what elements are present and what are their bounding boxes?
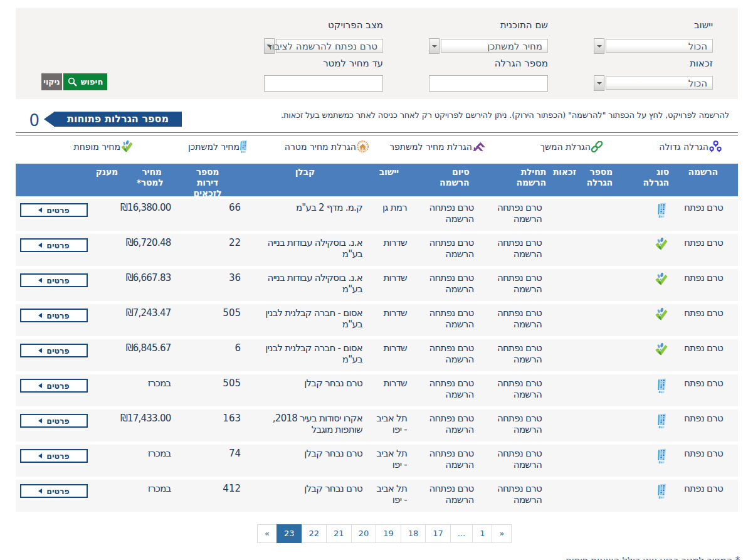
search-button[interactable]: חיפוש [63,73,107,90]
cell-contractor: טרם נבחר קבלן [253,445,372,477]
cell-lottery-type [646,445,677,477]
details-label: פרטים [46,241,70,250]
cell-apartments: 163 [186,409,253,441]
cell-registration_end: טרם נפתחה הרשמה [422,480,489,512]
column-header-apartments[interactable]: מספר דירות לזכאים [186,164,253,199]
cell-registration_end: טרם נפתחה הרשמה [422,339,489,371]
column-header-lottery_number[interactable]: מספר הגרלה [580,164,646,199]
pagination-page[interactable]: 19 [376,524,401,543]
filter-select[interactable]: הכול [594,38,713,55]
details-button[interactable]: פרטים [20,309,88,322]
cell-registration_end: טרם נפתחה הרשמה [422,304,489,336]
left-arrow-icon [38,489,42,494]
cell-details: פרטים [16,269,93,301]
select-arrow-button[interactable] [594,75,604,91]
clear-button[interactable]: ניקוי [41,73,62,90]
pins-icon [709,140,722,153]
cell-lottery-type [646,269,677,301]
counter-value: 0 [26,112,40,129]
filter-label: יישוב [594,19,713,31]
page: יישוב הכול שם התוכנית מחיר למשתכן מצב הפ… [0,0,748,560]
pagination: « 23 22 21 20 19 18 17 ... 1 » [257,524,512,543]
cell-grant [93,445,121,477]
select-arrow-button[interactable] [429,38,440,54]
select-field[interactable]: הכול [606,39,713,53]
select-field[interactable]: מחיר למשתכן [441,39,548,53]
select-field[interactable]: הכול [606,76,713,90]
pagination-next[interactable]: » [492,524,512,543]
cell-city: תל אביב - יפו [372,480,422,512]
pagination-page[interactable]: 23 [277,524,302,543]
table-row: טרם נפתח טרם נפתחה הרשמה טרם נפתחה הרשמה… [16,269,738,301]
cell-eligibility [557,304,580,336]
cell-apartments: 505 [186,374,253,406]
legend-label: הגרלת מחיר מטרה [285,142,356,152]
table-row: טרם נפתח טרם נפתחה הרשמה טרם נפתחה הרשמה… [16,409,738,441]
details-button[interactable]: פרטים [20,484,88,498]
cell-city: שדרות [372,339,422,371]
column-header-registration_start[interactable]: תחילת הרשמה [489,164,557,199]
cell-lottery-type [646,304,677,336]
column-header-price_per_meter[interactable]: מחיר למטר* [121,164,186,199]
legend-label: הגרלה גדולה [659,142,708,152]
filter-select[interactable]: הכול [594,75,713,92]
select-value: הכול [688,41,707,53]
filter-select[interactable]: טרם נפתח להרשמה לציבור [264,38,383,55]
link-icon [591,141,603,152]
cell-apartments: 22 [186,234,253,266]
details-label: פרטים [46,206,70,215]
pagination-prev[interactable]: « [257,524,277,543]
cell-registration_end: טרם נפתחה הרשמה [422,374,489,406]
details-button[interactable]: פרטים [20,238,88,252]
table-header: הרשמה סוג הגרלה מספר הגרלה זכאות תחילת ה… [16,164,738,196]
pagination-page[interactable]: 18 [401,524,426,543]
column-header-eligibility[interactable]: זכאות [557,164,580,199]
details-button[interactable]: פרטים [20,414,88,428]
filter-select[interactable]: מחיר למשתכן [429,38,548,55]
details-button[interactable]: פרטים [20,273,88,287]
cell-city: שדרות [372,234,422,266]
details-button[interactable]: פרטים [20,344,88,357]
select-arrow-button[interactable] [594,38,604,54]
cell-city: שדרות [372,304,422,336]
cell-grant [93,304,121,336]
table-row: טרם נפתח טרם נפתחה הרשמה טרם נפתחה הרשמה… [16,304,738,336]
pagination-page[interactable]: 21 [326,524,352,543]
cell-grant [93,409,121,441]
column-header-registration[interactable]: הרשמה [677,164,738,199]
column-header-city[interactable]: יישוב [372,164,422,199]
pagination-page[interactable]: 1 [472,524,492,543]
filter-label: מצב הפרויקט [264,19,383,31]
pagination-page[interactable]: 20 [351,524,377,543]
cell-price_per_meter: במכרז [121,445,186,477]
cell-grant [93,199,121,231]
details-label: פרטים [46,311,70,320]
cell-lottery-type [646,480,677,512]
filter-input[interactable] [429,75,548,92]
column-header-lottery_type[interactable]: סוג הגרלה [646,164,677,199]
building-icon [658,448,666,463]
cell-registration_end: טרם נפתחה הרשמה [422,234,489,266]
pagination-page[interactable]: 17 [425,524,451,543]
table-row: טרם נפתח טרם נפתחה הרשמה טרם נפתחה הרשמה… [16,339,738,371]
pagination-page[interactable]: ... [450,524,473,543]
legend-item: הגרלת המשך [540,139,603,154]
column-header-contractor[interactable]: קבלן [253,164,372,199]
table-row: טרם נפתח טרם נפתחה הרשמה טרם נפתחה הרשמה… [16,234,738,266]
cell-lottery-type [646,234,677,266]
chevron-down-icon [597,45,602,48]
filter-field: עד מחיר למטר [264,58,383,92]
table-row: טרם נפתח טרם נפתחה הרשמה טרם נפתחה הרשמה… [16,445,738,477]
cell-grant [93,374,121,406]
details-button[interactable]: פרטים [20,379,88,393]
cell-details: פרטים [16,445,93,477]
select-field[interactable]: טרם נפתח להרשמה לציבור [276,39,383,53]
cell-price_per_meter: במכרז [121,480,186,512]
select-value: מחיר למשתכן [487,41,542,53]
filter-input[interactable] [264,75,383,92]
column-header-grant[interactable]: מענק [93,164,121,199]
details-button[interactable]: פרטים [20,449,88,463]
details-button[interactable]: פרטים [20,203,88,217]
column-header-registration_end[interactable]: סיום הרשמה [422,164,489,199]
pagination-page[interactable]: 22 [302,524,327,543]
